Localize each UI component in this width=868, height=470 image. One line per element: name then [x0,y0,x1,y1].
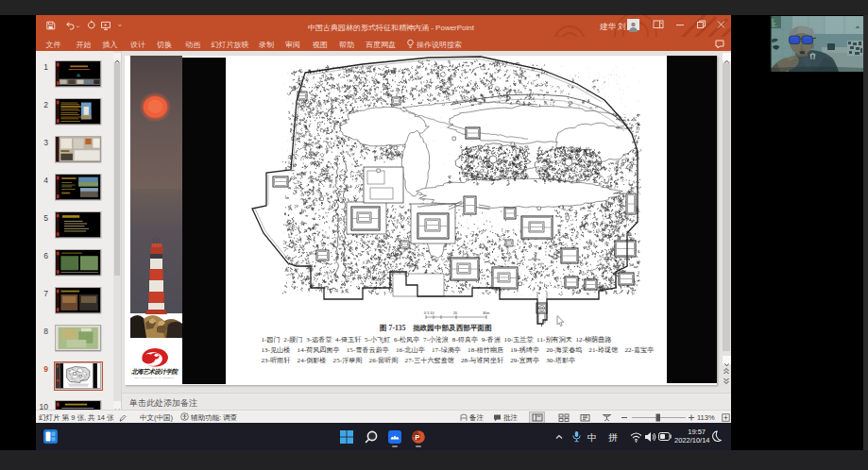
svg-text:20: 20 [453,311,457,315]
svg-text:BEIHAI UNIVERSITY OF ART AND D: BEIHAI UNIVERSITY OF ART AND DESIGN [135,377,175,379]
svg-text:0 5 10: 0 5 10 [424,311,434,315]
svg-text:30m: 30m [483,311,489,315]
svg-text:P: P [415,433,419,442]
svg-text:北海艺术设计学院: 北海艺术设计学院 [130,368,179,376]
